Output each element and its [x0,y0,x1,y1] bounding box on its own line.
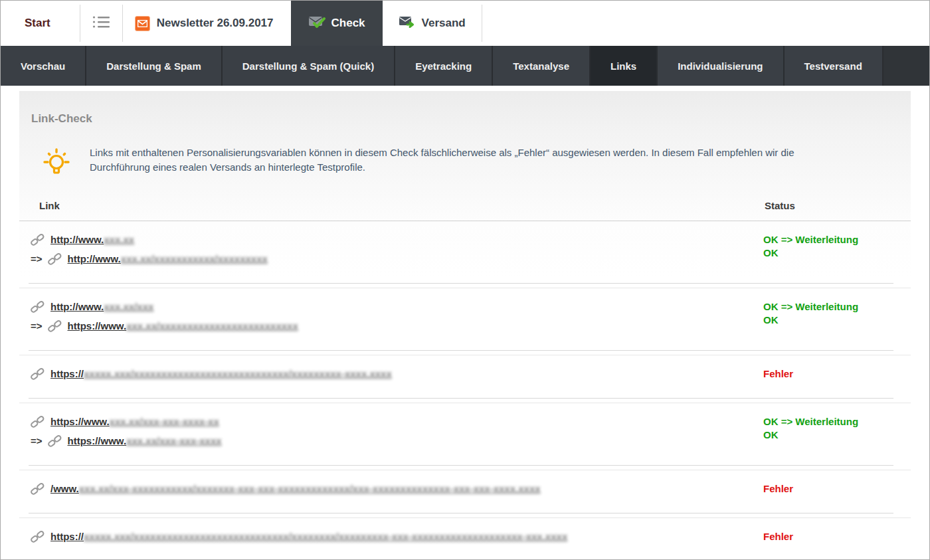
status-cell: OK => WeiterleitungOK [763,299,911,337]
link-visible-part: https://www. [50,416,110,427]
chain-link-icon [31,530,45,547]
row-separator [29,283,893,284]
check-tab-label: Check [331,17,365,30]
status-line: OK => Weiterleitung [763,415,911,428]
start-button[interactable]: Start [1,1,80,46]
table-row: /www.xxx.xx/xxx-xxxxxxxxxxx/xxxxxxx-xxx-… [19,470,911,513]
link-line: http://www.xxx.xx/xxx [31,299,754,318]
status-cell: Fehler [763,481,911,500]
checked-link[interactable]: https://xxxxx.xxx/xxxxxxxxxxxxxxxxxxxxxx… [50,529,567,544]
column-header-link: Link [39,200,765,211]
link-check-panel: Link-Check Links mit enthaltenen Persona… [19,91,911,560]
checked-link[interactable]: http://www.xxx.xx [50,232,134,247]
tab-vorschau[interactable]: Vorschau [1,46,86,86]
link-redacted-part: xxx.xx/xxxxxxxxxxxxxxxxxxxxxxxxx [126,320,298,331]
newsletter-title: Newsletter 26.09.2017 [157,17,274,30]
row-separator [29,350,893,351]
newsletter-tab[interactable]: Newsletter 26.09.2017 [123,1,291,46]
table-row: https://www.xxx.xx/xxx-xxx-xxxx-xx=>http… [19,403,911,465]
chain-link-icon [31,300,45,318]
link-redacted-part: xxxxx.xxx/xxxxxxxxxxxxxxxxxxxxxxxxxxxx/x… [84,368,392,379]
link-cell: http://www.xxx.xx/xxx=>https://www.xxx.x… [31,299,763,337]
check-envelope-icon [308,15,326,32]
tab-eyetracking[interactable]: Eyetracking [395,46,493,86]
table-row: https://xxxxx.xxx/xxxxxxxxxxxxxxxxxxxxxx… [19,518,911,560]
status-cell: Fehler [763,529,911,547]
redirect-arrow: => [31,251,43,266]
tab-darstellung-spam-quick[interactable]: Darstellung & Spam (Quick) [223,46,395,86]
tab-links[interactable]: Links [591,46,658,86]
checked-link[interactable]: /www.xxx.xx/xxx-xxxxxxxxxxx/xxxxxxx-xxx-… [50,481,541,496]
status-line: OK [763,428,911,442]
chain-link-icon [31,482,45,500]
checked-link[interactable]: https://www.xxx.xx/xxxxxxxxxxxxxxxxxxxxx… [68,318,298,333]
link-redacted-part: xxx.xx/xxx-xxx-xxxx [126,435,221,446]
start-label: Start [14,17,66,30]
table-row: http://www.xxx.xx/xxx=>https://www.xxx.x… [19,288,911,350]
status-line: OK => Weiterleitung [763,233,911,246]
table-row: http://www.xxx.xx=>http://www.xxx.xx/xxx… [19,221,911,283]
chain-link-icon [31,415,45,432]
link-visible-part: https:// [50,531,84,542]
hint-box: Links mit enthaltenen Personalisierungsv… [39,145,911,180]
hint-line-2: Durchführung eines realen Versands an hi… [90,160,794,175]
link-visible-part: http://www. [68,253,121,264]
link-line: https://www.xxx.xx/xxx-xxx-xxxx-xx [31,414,754,432]
lightbulb-icon [39,145,74,180]
link-visible-part: /www. [50,483,79,494]
chain-link-icon [48,252,62,270]
link-redacted-part: xxx.xx [104,234,134,245]
top-bar: Start Newsletter 26.09.2017 [1,1,929,46]
checked-link[interactable]: https://www.xxx.xx/xxx-xxx-xxxx [68,433,222,448]
check-tab[interactable]: Check [291,1,383,46]
link-line: =>http://www.xxx.xx/xxxxxxxxxxx/xxxxxxxx… [31,251,754,270]
row-separator [29,513,893,513]
hint-line-1: Links mit enthaltenen Personalisierungsv… [90,145,794,160]
link-visible-part: https://www. [68,320,127,331]
status-cell: OK => WeiterleitungOK [763,232,911,270]
link-redacted-part: xxx.xx/xxx-xxxxxxxxxxx/xxxxxxx-xxx-xxx-x… [79,483,541,494]
tab-textanalyse[interactable]: Textanalyse [493,46,591,86]
link-line: http://www.xxx.xx [31,232,754,250]
chain-link-icon [48,434,62,452]
newsletter-envelope-icon [135,16,150,31]
chain-link-icon [31,367,45,385]
link-cell: /www.xxx.xx/xxx-xxxxxxxxxxx/xxxxxxx-xxx-… [31,481,763,500]
link-redacted-part: xxx.xx/xxx [104,301,153,312]
versand-tab-label: Versand [422,17,466,30]
divider [482,5,482,42]
status-cell: Fehler [763,366,911,385]
tab-individualisierung[interactable]: Individualisierung [658,46,784,86]
checked-link[interactable]: https://www.xxx.xx/xxx-xxx-xxxx-xx [50,414,219,429]
check-subnav: VorschauDarstellung & SpamDarstellung & … [1,46,929,86]
link-table-body: http://www.xxx.xx=>http://www.xxx.xx/xxx… [19,221,911,560]
link-line: =>https://www.xxx.xx/xxxxxxxxxxxxxxxxxxx… [31,318,754,337]
link-cell: https://xxxxx.xxx/xxxxxxxxxxxxxxxxxxxxxx… [31,529,763,547]
status-line: OK [763,246,911,260]
link-cell: http://www.xxx.xx=>http://www.xxx.xx/xxx… [31,232,763,270]
versand-tab[interactable]: Versand [383,1,482,46]
column-header-status: Status [765,200,911,211]
link-cell: https://www.xxx.xx/xxx-xxx-xxxx-xx=>http… [31,414,763,452]
status-cell: OK => WeiterleitungOK [763,414,911,452]
newsletter-list-button[interactable] [80,1,122,46]
link-visible-part: http://www. [50,301,104,312]
link-visible-part: http://www. [50,234,104,245]
hint-text: Links mit enthaltenen Personalisierungsv… [90,145,794,175]
link-cell: https://xxxxx.xxx/xxxxxxxxxxxxxxxxxxxxxx… [31,366,763,385]
checked-link[interactable]: https://xxxxx.xxx/xxxxxxxxxxxxxxxxxxxxxx… [50,366,392,381]
tab-testversand[interactable]: Testversand [785,46,884,86]
link-line: =>https://www.xxx.xx/xxx-xxx-xxxx [31,433,754,452]
checked-link[interactable]: http://www.xxx.xx/xxx [50,299,153,314]
link-visible-part: https://www. [68,435,127,446]
link-redacted-part: xxx.xx/xxxxxxxxxxx/xxxxxxxxx [121,253,268,264]
send-envelope-icon [399,15,416,31]
page-title: Link-Check [19,104,911,126]
redirect-arrow: => [31,318,43,333]
tab-darstellung-spam[interactable]: Darstellung & Spam [86,46,223,86]
checked-link[interactable]: http://www.xxx.xx/xxxxxxxxxxx/xxxxxxxxx [68,251,268,266]
chain-link-icon [48,320,62,337]
redirect-arrow: => [31,433,43,448]
link-line: /www.xxx.xx/xxx-xxxxxxxxxxx/xxxxxxx-xxx-… [31,481,754,500]
row-separator [29,465,893,466]
